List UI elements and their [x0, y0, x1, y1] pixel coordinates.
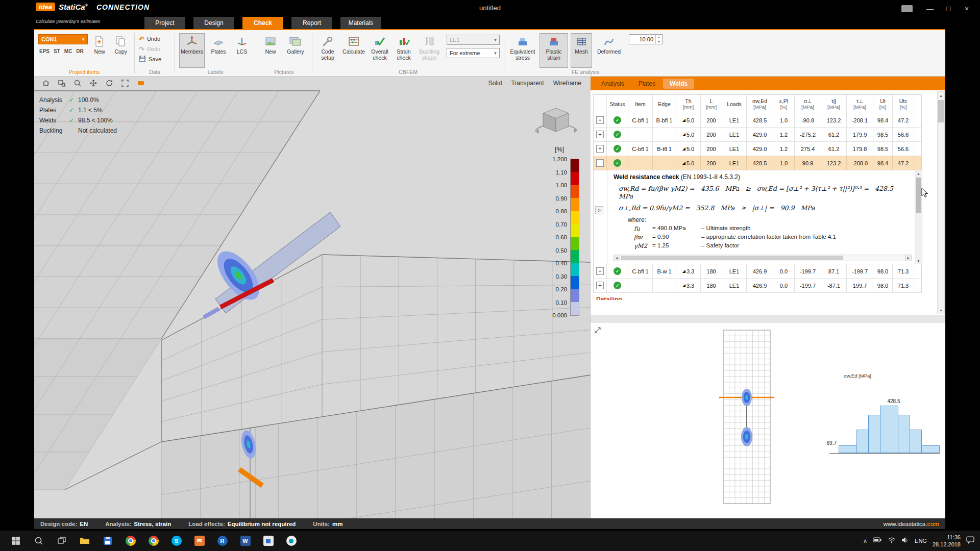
tray-expand-icon[interactable]: ∧ [863, 538, 867, 544]
detail-vertical-scrollbar[interactable]: ▲ ▼ [915, 170, 922, 264]
labels-members-button[interactable]: Members [179, 33, 205, 68]
scroll-down-icon[interactable]: ▼ [915, 258, 922, 264]
deformed-scale-spinner[interactable]: 10.00 ▲▼ [629, 34, 663, 44]
taskbar-skype-icon[interactable]: S [165, 531, 188, 551]
taskbar-start-icon[interactable] [4, 531, 27, 551]
website-link[interactable]: www.ideastatica.com [884, 521, 939, 527]
results-scrollbar[interactable]: ▲ ▼ [937, 91, 945, 314]
expand-row-button[interactable]: + [596, 131, 604, 138]
redo-button[interactable]: ↷Redo [139, 44, 170, 54]
gallery-button[interactable]: Gallery [283, 33, 308, 68]
view-mode-transparent[interactable]: Transparent [511, 80, 544, 87]
picture-new-button[interactable]: New [260, 33, 281, 68]
weld-row[interactable]: −✓◢5.0200LE1428.51.090.9123.2-208.098.44… [594, 156, 921, 170]
results-tab-welds[interactable]: Welds [663, 79, 694, 89]
scroll-down-icon[interactable]: ▼ [938, 307, 944, 314]
tab-check[interactable]: Check [242, 17, 283, 29]
expand-row-button[interactable]: + [596, 145, 604, 153]
zoom-button[interactable] [73, 79, 82, 88]
view-mode-wireframe[interactable]: Wireframe [553, 80, 581, 87]
expand-row-button[interactable]: + [596, 282, 604, 289]
tab-report[interactable]: Report [291, 17, 332, 29]
weld-row[interactable]: +✓C-bfl 1B-bfl 1◢5.0200LE1428.51.0-90.81… [594, 113, 921, 128]
pan-button[interactable] [89, 79, 98, 88]
scroll-right-icon[interactable]: ► [905, 255, 912, 261]
taskbar-app-disk-icon[interactable] [96, 531, 119, 551]
detail-horizontal-scrollbar[interactable]: ◄ ► [614, 255, 912, 261]
code-setup-button[interactable]: Code setup [316, 33, 339, 68]
scroll-up-icon[interactable]: ▲ [915, 170, 922, 177]
scroll-left-icon[interactable]: ◄ [614, 255, 620, 261]
navigation-cube[interactable] [532, 100, 580, 142]
taskbar-app-window-icon[interactable] [257, 531, 280, 551]
spin-down-icon[interactable]: ▼ [656, 39, 662, 44]
weld-row[interactable]: +✓◢3.3180LE1426.90.0-199.7-87.1199.798.0… [594, 279, 921, 293]
language-indicator[interactable]: ENG [915, 538, 927, 544]
close-button[interactable]: × [958, 2, 976, 15]
scroll-up-icon[interactable]: ▲ [938, 92, 944, 99]
spin-up-icon[interactable]: ▲ [656, 35, 662, 39]
toggle-eps[interactable]: EPS [39, 48, 50, 54]
taskbar-file-explorer-icon[interactable] [73, 531, 96, 551]
save-button[interactable]: Save [139, 55, 170, 64]
labels-plates-button[interactable]: Plates [207, 33, 230, 68]
results-tab-plates[interactable]: Plates [632, 79, 662, 89]
undo-button[interactable]: ↶Undo [139, 34, 170, 43]
results-display-button[interactable] [136, 79, 145, 88]
taskbar-task-view-icon[interactable] [50, 531, 73, 551]
wifi-icon[interactable] [888, 536, 896, 546]
copy-item-button[interactable]: Copy [111, 33, 130, 68]
tab-materials[interactable]: Materials [340, 17, 381, 29]
project-item-selector[interactable]: CON1 ▾ [38, 34, 88, 44]
buckling-shape-button[interactable]: Buckling shape [416, 33, 442, 68]
toggle-mc[interactable]: MC [64, 48, 72, 54]
weld-row[interactable]: +✓C-bfl 1B-w 1◢3.3180LE1426.90.0-199.787… [594, 264, 921, 279]
results-tab-analysis[interactable]: Analysis [595, 79, 631, 89]
tab-project[interactable]: Project [144, 17, 185, 29]
taskbar-app-media-icon[interactable] [280, 531, 303, 551]
extreme-filter-selector[interactable]: For extreme▾ [447, 48, 500, 58]
fit-view-button[interactable] [120, 79, 130, 88]
weld-row[interactable]: +✓C-bfl 1B-tfl 1◢5.0200LE1429.01.2275.46… [594, 142, 921, 156]
titlebar-extra-icon[interactable] [901, 5, 913, 12]
deformed-button[interactable]: Deformed [595, 33, 623, 68]
volume-icon[interactable] [901, 536, 909, 546]
mesh-button[interactable]: Mesh [571, 33, 592, 68]
toggle-st[interactable]: ST [54, 48, 60, 54]
strain-check-button[interactable]: Strain check [394, 33, 414, 68]
tab-design[interactable]: Design [193, 17, 234, 29]
taskbar-search-icon[interactable] [27, 531, 50, 551]
vscroll-thumb[interactable] [916, 178, 921, 213]
action-center-icon[interactable] [966, 536, 975, 546]
expand-row-button[interactable]: + [596, 116, 604, 124]
plastic-strain-button[interactable]: Plastic strain [540, 33, 568, 68]
taskbar-chrome-1-icon[interactable] [119, 531, 142, 551]
view-mode-solid[interactable]: Solid [488, 80, 502, 87]
expand-panel-icon[interactable] [594, 326, 602, 336]
weld-row[interactable]: +✓◢5.0200LE1429.01.2-275.261.2179.998.55… [594, 128, 921, 142]
taskbar-mail-icon[interactable]: ✉ [188, 531, 211, 551]
battery-icon[interactable] [873, 536, 882, 545]
clock[interactable]: 11:36 28.12.2018 [933, 534, 961, 548]
collapse-row-button[interactable]: − [596, 159, 604, 167]
zoom-window-button[interactable] [57, 79, 66, 88]
equivalent-stress-button[interactable]: Equivalent stress [508, 33, 537, 68]
new-item-button[interactable]: New [90, 33, 109, 68]
home-view-button[interactable] [41, 79, 51, 88]
hscroll-thumb[interactable] [621, 256, 843, 260]
collapse-detail-button[interactable]: > [595, 206, 603, 214]
viewport-3d[interactable]: SolidTransparentWireframe Analysis✓100.0… [34, 77, 591, 518]
taskbar-word-icon[interactable]: W [234, 531, 257, 551]
expand-row-button[interactable]: + [596, 267, 604, 275]
load-effect-selector[interactable]: LE1▾ [447, 35, 500, 45]
taskbar-chrome-2-icon[interactable] [142, 531, 165, 551]
toggle-dr[interactable]: DR [76, 48, 83, 54]
minimize-button[interactable]: — [921, 2, 939, 15]
calculate-button[interactable]: Calculate [341, 33, 366, 68]
maximize-button[interactable]: □ [939, 2, 958, 15]
overall-check-button[interactable]: Overall check [369, 33, 391, 68]
taskbar-rstudio-icon[interactable]: R [211, 531, 234, 551]
scrollbar-thumb[interactable] [938, 100, 944, 122]
labels-lcs-button[interactable]: LCS [232, 33, 252, 68]
rotate-button[interactable] [105, 79, 114, 88]
